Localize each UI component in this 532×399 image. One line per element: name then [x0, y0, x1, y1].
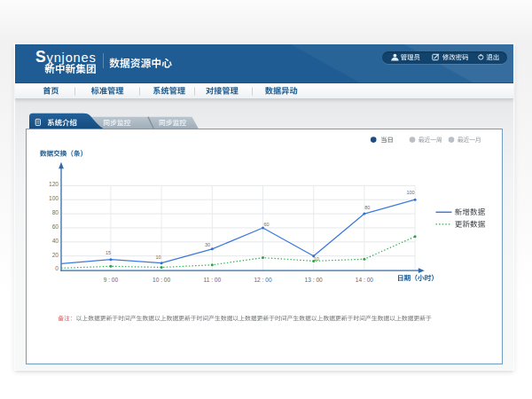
svg-text:120: 120: [49, 181, 59, 187]
svg-text:14 : 00: 14 : 00: [356, 277, 373, 283]
svg-text:30: 30: [205, 242, 210, 247]
svg-text:13 : 00: 13 : 00: [305, 277, 323, 283]
svg-text:10: 10: [155, 254, 160, 260]
svg-text:ynjones: ynjones: [47, 51, 97, 65]
svg-text:60: 60: [263, 222, 269, 227]
svg-text:40: 40: [52, 238, 59, 244]
svg-text:100: 100: [49, 195, 59, 201]
svg-text:60: 60: [52, 223, 59, 230]
svg-text:0: 0: [55, 265, 59, 271]
svg-text:20: 20: [52, 252, 59, 258]
svg-text:80: 80: [364, 205, 370, 210]
svg-text:100: 100: [406, 190, 414, 195]
svg-text:11 : 00: 11 : 00: [203, 277, 221, 283]
svg-text:12 : 00: 12 : 00: [254, 277, 271, 283]
svg-text:10 : 00: 10 : 00: [153, 277, 170, 283]
svg-text:80: 80: [52, 209, 59, 215]
svg-text:S: S: [35, 48, 46, 66]
svg-text:9 : 00: 9 : 00: [104, 277, 119, 283]
svg-text:15: 15: [106, 250, 111, 255]
svg-text:10: 10: [314, 256, 319, 262]
